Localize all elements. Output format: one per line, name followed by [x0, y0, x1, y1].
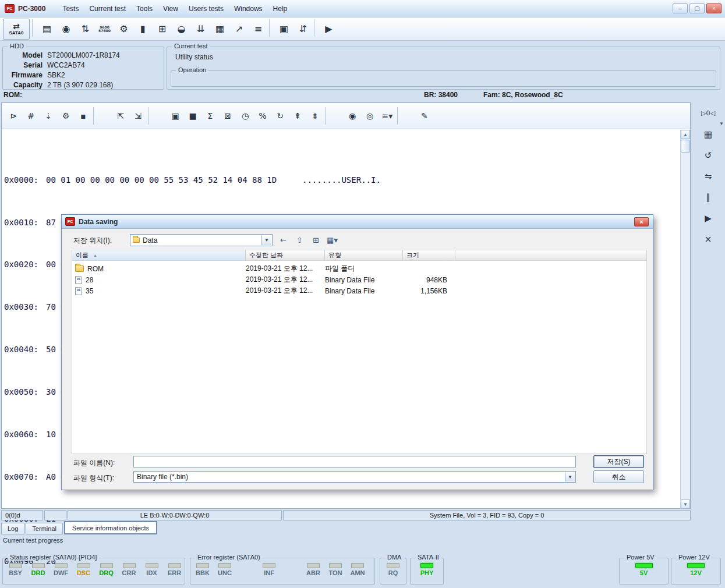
sep[interactable] [325, 107, 342, 125]
checksum-icon[interactable]: Σ [201, 107, 219, 125]
timer-icon[interactable]: ◷ [236, 107, 254, 125]
column-header-type[interactable]: 유형 [325, 250, 403, 260]
sep[interactable] [314, 19, 318, 37]
copy-pages-icon[interactable]: ▣ [274, 19, 293, 39]
chevron-down-icon[interactable]: ▼ [565, 472, 575, 481]
file-type-combo[interactable]: Binary file (*.bin) ▼ [133, 471, 576, 483]
clear-icon[interactable]: ⊠ [219, 107, 236, 125]
file-row[interactable]: 01 35 2019-03-21 오후 12... Binary Data Fi… [72, 285, 646, 296]
current-test-legend: Current test [172, 42, 210, 49]
address-grid-icon[interactable]: # [22, 107, 40, 125]
script-list-icon[interactable]: ≡ [249, 19, 268, 39]
network-settings-icon[interactable]: ⚙ [114, 19, 133, 39]
scroll-up-icon[interactable]: ▲ [681, 130, 690, 139]
save-filter-icon[interactable]: ⇣ [40, 107, 57, 125]
sep[interactable] [397, 107, 415, 125]
menu-item[interactable]: Tools [131, 2, 158, 15]
drive-heads-icon[interactable]: ▮ [133, 19, 153, 39]
sata0-port-button[interactable]: ⇄ SATA0 [3, 19, 30, 40]
hex-address: 0x0020: [4, 259, 46, 270]
menu-item[interactable]: Tests [57, 2, 84, 15]
tab[interactable]: Log [1, 523, 24, 534]
scroll-down-icon[interactable]: ▼ [681, 500, 690, 509]
page-up-icon[interactable]: ⇞ [289, 107, 306, 125]
menu-item[interactable]: Users tests [183, 2, 229, 15]
column-header-size[interactable]: 크기 [403, 250, 455, 260]
refresh-icon[interactable]: ↻ [271, 107, 289, 125]
edit-icon[interactable]: ✎ [416, 107, 433, 125]
led-indicator [168, 563, 181, 568]
start-test-icon[interactable]: ▶ [319, 19, 338, 39]
file-row[interactable]: 01 28 2019-03-21 오후 12... Binary Data Fi… [72, 274, 646, 285]
file-list[interactable]: ROM 2019-03-21 오후 12... 파일 폴더 01 28 2019… [72, 261, 647, 454]
back-icon[interactable]: ← [276, 233, 291, 247]
search-icon[interactable]: ◉ [344, 107, 361, 125]
stop-icon[interactable]: ▪ [75, 107, 92, 125]
paste-icon[interactable]: ■ [184, 107, 201, 125]
tools-icon[interactable]: × [698, 229, 719, 249]
run-options-dropdown-icon[interactable]: ▼ [719, 121, 724, 126]
run-options-icon[interactable]: ▶ [698, 208, 719, 228]
dialog-app-icon: PC [65, 217, 75, 226]
menu-item[interactable]: View [158, 2, 183, 15]
column-header-date[interactable]: 수정한 날짜 [246, 250, 325, 260]
view-menu-icon[interactable]: ▦▾ [325, 233, 339, 247]
hex-ascii[interactable]: ........USER..I. [302, 175, 381, 185]
new-folder-icon[interactable]: ⊞ [309, 233, 323, 247]
chart-icon[interactable]: ↗ [229, 19, 249, 39]
percent-icon[interactable]: % [254, 107, 271, 125]
sort-data-icon[interactable]: ⇵ [293, 19, 313, 39]
sector-table-icon[interactable]: ▦ [210, 19, 229, 39]
page-down-icon[interactable]: ⇟ [306, 107, 324, 125]
file-row[interactable]: ROM 2019-03-21 오후 12... 파일 폴더 [72, 263, 646, 274]
load-rom-icon[interactable]: ⊳ [5, 107, 22, 125]
tab[interactable]: Terminal [26, 523, 63, 534]
up-folder-icon[interactable]: ⇧ [292, 233, 307, 247]
error-register-panel: Error register (SATA0) BBK UNC INF ABR [190, 558, 375, 585]
copy-icon[interactable]: ▣ [167, 107, 184, 125]
menu-item[interactable]: Current test [84, 2, 131, 15]
port-switch-icon[interactable]: ⇋ [698, 167, 719, 186]
title-bar: PC PC-3000 TestsCurrent testToolsViewUse… [0, 0, 725, 17]
maximize-button[interactable]: ▢ [689, 3, 705, 13]
export-data-icon[interactable]: ⊞ [153, 19, 172, 39]
cancel-button[interactable]: 취소 [593, 470, 644, 483]
save-button[interactable]: 저장(S) [593, 455, 644, 468]
power-cycle-icon[interactable]: ▷0◁ [698, 104, 719, 123]
menu-item[interactable]: Help [268, 2, 293, 15]
view-mode-icon[interactable]: ≡▾ [379, 107, 396, 125]
read-from-file-icon[interactable]: ⇱ [112, 107, 129, 125]
menu-item[interactable]: Windows [229, 2, 268, 15]
write-to-file-icon[interactable]: ⇲ [129, 107, 147, 125]
close-button[interactable]: × [706, 3, 722, 13]
key-icon[interactable]: ◉ [56, 19, 76, 39]
dialog-close-button[interactable]: × [634, 217, 649, 226]
save-location-combo[interactable]: Data ▼ [130, 234, 273, 246]
sep[interactable] [148, 107, 165, 125]
settings-icon[interactable]: ⚙ [57, 107, 75, 125]
chevron-down-icon[interactable]: ▼ [261, 235, 271, 245]
column-header-name[interactable]: 이름 ▲ [72, 250, 246, 260]
sep[interactable] [93, 107, 111, 125]
led-indicator [123, 563, 136, 568]
baud-rate-icon[interactable]: 9600 57600 [95, 19, 114, 39]
scrollbar-thumb[interactable] [681, 140, 690, 153]
hex-bytes[interactable]: 00 01 00 00 00 00 00 00 55 53 45 52 14 0… [46, 175, 302, 185]
minimize-button[interactable]: – [673, 3, 688, 13]
hex-scrollbar[interactable]: ▲ ▼ [680, 130, 690, 509]
terminal-chip-icon[interactable]: ▦ [698, 125, 719, 144]
current-test-panel: Current test Utility status Operation [167, 47, 720, 90]
register-bit-label: TON [324, 569, 346, 576]
reset-icon[interactable]: ↺ [698, 146, 719, 165]
send-command-icon[interactable]: ⇅ [76, 19, 95, 39]
hex-row[interactable]: 0x0000:00 01 00 00 00 00 00 00 55 53 45 … [4, 175, 381, 185]
save-media-icon[interactable]: ◒ [172, 19, 191, 39]
merge-data-icon[interactable]: ⇊ [191, 19, 210, 39]
utility-status-icon[interactable]: ▤ [37, 19, 56, 39]
search-next-icon[interactable]: ◎ [361, 107, 379, 125]
sep[interactable] [32, 19, 36, 37]
tab[interactable]: Service information objects [64, 521, 157, 534]
file-name-input[interactable] [133, 456, 576, 467]
pause-icon[interactable]: ∥ [698, 187, 719, 207]
sep[interactable] [269, 19, 273, 37]
